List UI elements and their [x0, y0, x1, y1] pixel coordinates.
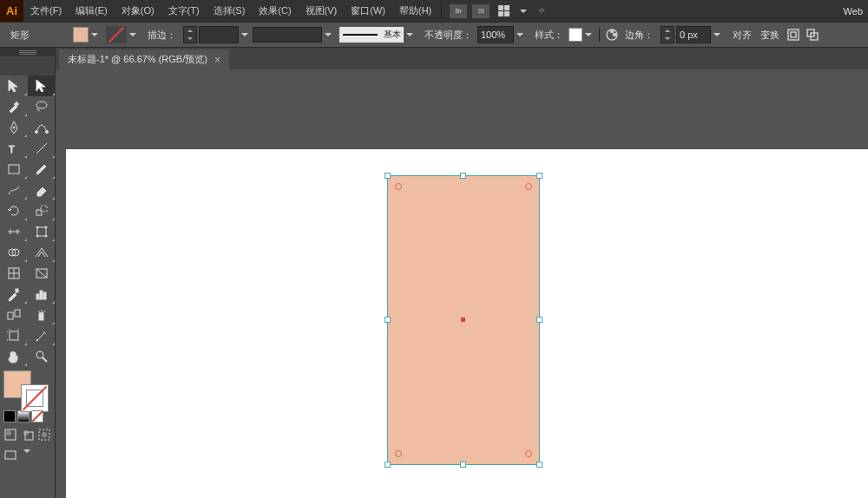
workspace-switcher[interactable]: Web [838, 6, 868, 16]
svg-rect-9 [9, 165, 19, 174]
bridge-icon[interactable]: Br [450, 4, 467, 18]
hand-tool[interactable] [0, 346, 28, 367]
lasso-tool[interactable] [28, 96, 56, 117]
handle-right[interactable] [536, 317, 542, 323]
canvas-area[interactable] [56, 69, 868, 498]
menu-select[interactable]: 选择(S) [207, 0, 253, 22]
fill-swatch[interactable] [73, 27, 89, 43]
gradient-tool[interactable] [28, 263, 56, 284]
menu-help[interactable]: 帮助(H) [392, 0, 438, 22]
pencil-tool[interactable] [0, 180, 28, 200]
slice-tool[interactable] [28, 325, 56, 346]
brush-dropdown-icon[interactable] [405, 32, 414, 37]
stock-icon[interactable]: St [472, 4, 490, 18]
shape-mode-icon[interactable] [805, 27, 820, 43]
rotate-tool[interactable] [0, 200, 28, 221]
blend-tool[interactable] [0, 305, 28, 325]
curvature-tool[interactable] [28, 117, 56, 138]
style-dropdown-icon[interactable] [584, 32, 593, 37]
document-tab[interactable]: 未标题-1* @ 66.67% (RGB/预览) × [59, 49, 229, 69]
live-corner-tl-icon[interactable] [395, 183, 402, 190]
arrange-icon[interactable] [495, 4, 512, 18]
menu-effect[interactable]: 效果(C) [252, 0, 298, 22]
center-point-icon[interactable] [461, 318, 465, 322]
menu-type[interactable]: 文字(T) [161, 0, 207, 22]
menu-window[interactable]: 窗口(W) [344, 0, 392, 22]
eyedropper-tool[interactable] [0, 284, 28, 305]
live-corner-br-icon[interactable] [525, 450, 532, 457]
align-button[interactable]: 对齐 [728, 29, 756, 42]
corner-field[interactable]: 0 px [676, 26, 711, 43]
draw-behind-icon[interactable] [21, 428, 35, 442]
paintbrush-tool[interactable] [28, 159, 56, 180]
line-tool[interactable] [28, 138, 56, 159]
transform-button[interactable]: 变换 [756, 29, 784, 42]
artboard-tool[interactable] [0, 325, 28, 346]
opacity-dropdown-icon[interactable] [516, 32, 524, 37]
screen-mode-dropdown-icon[interactable] [23, 449, 31, 454]
type-tool[interactable]: T [0, 138, 28, 159]
opacity-field[interactable]: 100% [477, 26, 514, 43]
selected-rectangle[interactable] [387, 175, 540, 465]
eraser-tool[interactable] [28, 180, 56, 200]
arrange-dropdown-icon[interactable] [519, 9, 528, 14]
stroke-dropdown-icon[interactable] [128, 32, 137, 37]
stroke-weight-field[interactable] [199, 26, 239, 43]
mesh-tool[interactable] [0, 263, 28, 284]
live-corner-bl-icon[interactable] [395, 450, 402, 457]
handle-top-left[interactable] [385, 173, 391, 179]
stroke-swatch[interactable] [106, 26, 127, 43]
rectangle-tool[interactable] [0, 159, 28, 180]
draw-normal-icon[interactable] [3, 428, 17, 442]
menu-edit[interactable]: 编辑(E) [69, 0, 115, 22]
pen-tool[interactable] [0, 117, 28, 138]
corner-dropdown-icon[interactable] [713, 32, 721, 37]
column-graph-tool[interactable] [28, 284, 56, 305]
brush-definition[interactable]: 基本 [339, 27, 404, 43]
shape-builder-tool[interactable] [0, 242, 28, 263]
free-transform-tool[interactable] [28, 221, 56, 242]
gradient-icon[interactable] [17, 410, 30, 423]
menu-object[interactable]: 对象(O) [115, 0, 161, 22]
solid-color-icon[interactable] [3, 410, 16, 423]
svg-rect-30 [40, 291, 43, 299]
tab-close-icon[interactable]: × [214, 54, 220, 66]
gpu-icon[interactable]: ⟳ [533, 4, 550, 18]
handle-left[interactable] [385, 317, 391, 323]
handle-top[interactable] [460, 173, 466, 179]
toolbox-grip[interactable] [0, 48, 55, 56]
corner-stepper[interactable] [661, 26, 674, 43]
recolor-icon[interactable] [604, 27, 620, 43]
none-color-icon[interactable] [31, 410, 43, 423]
variable-width-dropdown-icon[interactable] [324, 32, 332, 37]
fill-stroke-control[interactable] [0, 367, 55, 409]
handle-bottom[interactable] [460, 462, 466, 468]
live-corner-tr-icon[interactable] [525, 183, 532, 190]
variable-width-field[interactable] [253, 27, 322, 43]
style-swatch[interactable] [569, 28, 582, 42]
options-bar: 矩形 描边： 基本 不透明度： 100% 样式： 边角： 0 px 对齐 变换 [0, 22, 868, 48]
svg-point-2 [614, 34, 616, 36]
direct-selection-tool[interactable] [28, 75, 56, 96]
stroke-color-box[interactable] [21, 384, 49, 412]
draw-inside-icon[interactable] [37, 428, 51, 442]
artboard[interactable] [66, 149, 868, 498]
screen-mode-icon[interactable] [3, 449, 17, 462]
handle-top-right[interactable] [536, 173, 542, 179]
handle-bottom-left[interactable] [385, 462, 391, 468]
width-tool[interactable] [0, 221, 28, 242]
zoom-tool[interactable] [28, 346, 56, 367]
handle-bottom-right[interactable] [536, 462, 542, 468]
perspective-grid-tool[interactable] [28, 242, 56, 263]
scale-tool[interactable] [28, 200, 56, 221]
selection-tool[interactable] [0, 75, 28, 96]
symbol-sprayer-tool[interactable] [28, 305, 56, 325]
stroke-weight-stepper[interactable] [183, 26, 197, 43]
magic-wand-tool[interactable] [0, 96, 28, 117]
menu-file[interactable]: 文件(F) [23, 0, 69, 22]
stroke-weight-dropdown-icon[interactable] [240, 32, 249, 37]
isolate-icon[interactable] [786, 27, 801, 43]
fill-dropdown-icon[interactable] [90, 32, 99, 37]
menu-view[interactable]: 视图(V) [299, 0, 345, 22]
separator [599, 28, 600, 42]
